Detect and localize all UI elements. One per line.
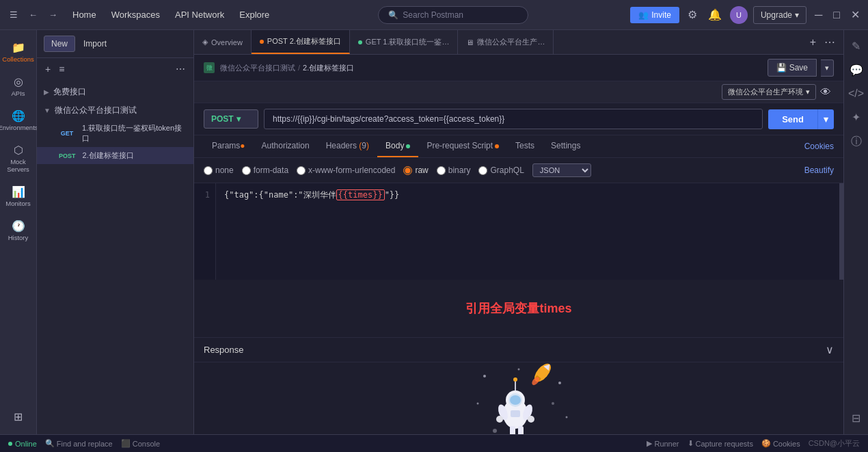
- line-numbers: 1: [194, 183, 216, 280]
- find-replace-button[interactable]: 🔍 Find and replace: [45, 439, 113, 448]
- graphql-radio[interactable]: [478, 166, 487, 175]
- send-dropdown-button[interactable]: ▾: [817, 109, 834, 129]
- more-options-icon[interactable]: ⋯: [173, 62, 188, 76]
- avatar[interactable]: U: [730, 6, 748, 24]
- tab-params[interactable]: Params●: [204, 135, 254, 157]
- url-encoded-option[interactable]: x-www-form-urlencoded: [297, 165, 395, 175]
- layout-icon[interactable]: ⊟: [847, 408, 865, 429]
- url-encoded-radio[interactable]: [297, 166, 306, 175]
- tab-body[interactable]: Body: [377, 135, 418, 157]
- format-select[interactable]: JSON Text JavaScript HTML XML: [532, 163, 591, 177]
- notifications-icon[interactable]: 🔔: [705, 5, 724, 24]
- authorization-label: Authorization: [262, 141, 310, 150]
- raw-option[interactable]: raw: [403, 165, 428, 175]
- runner-icon: ▶: [647, 439, 652, 448]
- request-get-token[interactable]: GET 1.获取接口统一鉴权码token接口: [37, 120, 193, 147]
- mock-servers-label: Mock Servers: [5, 158, 32, 173]
- tab-tests[interactable]: Tests: [507, 135, 543, 157]
- capture-button[interactable]: ⬇ Capture requests: [688, 439, 753, 448]
- lightbulb-icon[interactable]: ✦: [847, 107, 865, 128]
- tab-authorization[interactable]: Authorization: [254, 135, 318, 157]
- binary-radio[interactable]: [437, 166, 446, 175]
- beautify-button[interactable]: Beautify: [804, 165, 834, 175]
- sidebar-item-collections[interactable]: 📁 Collections: [2, 36, 35, 68]
- request1-label: 1.获取接口统一鉴权码token接口: [82, 123, 187, 144]
- tab-overview[interactable]: ◈ Overview: [194, 30, 252, 54]
- comments-icon[interactable]: 💬: [845, 59, 867, 81]
- edit-icon[interactable]: ✎: [847, 36, 865, 57]
- nav-workspaces[interactable]: Workspaces: [105, 7, 167, 23]
- environments-icon: 🌐: [12, 109, 25, 122]
- none-option[interactable]: none: [204, 165, 234, 175]
- add-tab-button[interactable]: +: [807, 35, 819, 50]
- code-suffix: "}}: [385, 190, 400, 200]
- tab-post-create-tag[interactable]: POST 2.创建标签接口: [252, 30, 350, 54]
- invite-button[interactable]: 👥 Invite: [630, 7, 679, 23]
- back-button[interactable]: ←: [25, 7, 42, 23]
- cookies-status-label: Cookies: [773, 440, 800, 448]
- list-icon[interactable]: ≡: [56, 62, 67, 76]
- sidebar-item-explorer[interactable]: ⊞: [2, 405, 35, 429]
- cookies-link[interactable]: Cookies: [804, 142, 834, 151]
- save-button[interactable]: 💾 Save: [768, 59, 817, 77]
- search-placeholder-text: Search Postman: [403, 10, 463, 20]
- overview-label: Overview: [211, 38, 243, 46]
- wx-prod-label: 微信公众平台生产…: [477, 37, 545, 47]
- astronaut-illustration: [464, 362, 573, 434]
- settings-icon[interactable]: ⚙: [685, 5, 700, 24]
- tab-get-token[interactable]: GET 1.获取接口统一鉴…: [350, 30, 459, 54]
- forward-button[interactable]: →: [44, 7, 62, 23]
- none-radio[interactable]: [204, 166, 213, 175]
- free-api-item[interactable]: ▶ 免费接口: [37, 83, 193, 101]
- response-collapse-button[interactable]: ∨: [826, 343, 834, 356]
- minimize-icon[interactable]: ─: [812, 6, 825, 24]
- sidebar-item-mock-servers[interactable]: ⬡ Mock Servers: [2, 138, 35, 178]
- tab-settings[interactable]: Settings: [543, 135, 588, 157]
- sidebar-item-environments[interactable]: 🌐 Environments: [2, 104, 35, 137]
- binary-option[interactable]: binary: [437, 165, 471, 175]
- maximize-icon[interactable]: □: [830, 6, 843, 24]
- more-tabs-button[interactable]: ⋯: [822, 34, 838, 50]
- sidebar-item-history[interactable]: 🕐 History: [2, 214, 35, 247]
- info-icon[interactable]: ⓘ: [847, 131, 866, 153]
- sidebar-item-apis[interactable]: ◎ APIs: [2, 70, 35, 103]
- close-icon[interactable]: ✕: [848, 5, 863, 24]
- tab-wx-prod[interactable]: 🖥 微信公众平台生产…: [458, 30, 554, 54]
- nav-api-network[interactable]: API Network: [168, 7, 231, 23]
- graphql-option[interactable]: GraphQL: [478, 165, 524, 175]
- save-dropdown-button[interactable]: ▾: [821, 59, 834, 77]
- add-icon[interactable]: +: [42, 62, 53, 76]
- tab-prerequest[interactable]: Pre-request Script: [418, 135, 507, 157]
- post-tab-label: POST 2.创建标签接口: [267, 36, 341, 46]
- search-input[interactable]: 🔍 Search Postman: [378, 6, 528, 24]
- cookies-status-button[interactable]: 🍪 Cookies: [761, 439, 800, 448]
- nav-explore[interactable]: Explore: [232, 7, 276, 23]
- method-selector[interactable]: POST ▾: [204, 109, 258, 129]
- raw-radio[interactable]: [403, 166, 412, 175]
- request-post-tag[interactable]: POST 2.创建标签接口: [37, 147, 193, 164]
- tab-headers[interactable]: Headers (9): [318, 135, 377, 157]
- menu-button[interactable]: ☰: [5, 7, 22, 23]
- form-data-option[interactable]: form-data: [242, 165, 288, 175]
- sidebar-item-monitors[interactable]: 📊 Monitors: [2, 180, 35, 213]
- env-selector[interactable]: 微信公众平台生产环境 ▾: [722, 84, 816, 100]
- form-data-radio[interactable]: [242, 166, 251, 175]
- breadcrumb-collection[interactable]: 微信公众平台接口测试: [220, 63, 295, 73]
- wx-collection-item[interactable]: ▼ 微信公众平台接口测试: [37, 101, 193, 120]
- code-content[interactable]: {"tag":{"name":"深圳华伴{{times}}"}}: [216, 183, 839, 280]
- online-label: Online: [15, 440, 37, 448]
- code-icon[interactable]: </>: [844, 83, 868, 104]
- send-button[interactable]: Send: [768, 109, 817, 129]
- new-button[interactable]: New: [44, 36, 75, 52]
- env-eye-icon[interactable]: 👁: [816, 85, 835, 100]
- body-options: none form-data x-www-form-urlencoded raw…: [194, 158, 843, 183]
- online-status: Online: [8, 440, 37, 448]
- console-button[interactable]: ⬛ Console: [121, 439, 160, 448]
- upgrade-button[interactable]: Upgrade ▾: [753, 6, 806, 24]
- url-input[interactable]: [264, 109, 763, 129]
- nav-home[interactable]: Home: [66, 7, 103, 23]
- runner-button[interactable]: ▶ Runner: [647, 439, 679, 448]
- statusbar: Online 🔍 Find and replace ⬛ Console ▶ Ru…: [0, 434, 868, 452]
- import-button[interactable]: Import: [78, 36, 112, 51]
- sidebar-panel: New Import + ≡ ⋯ ▶ 免费接口 ▼ 微信公众平台接口测试 GET…: [37, 30, 194, 434]
